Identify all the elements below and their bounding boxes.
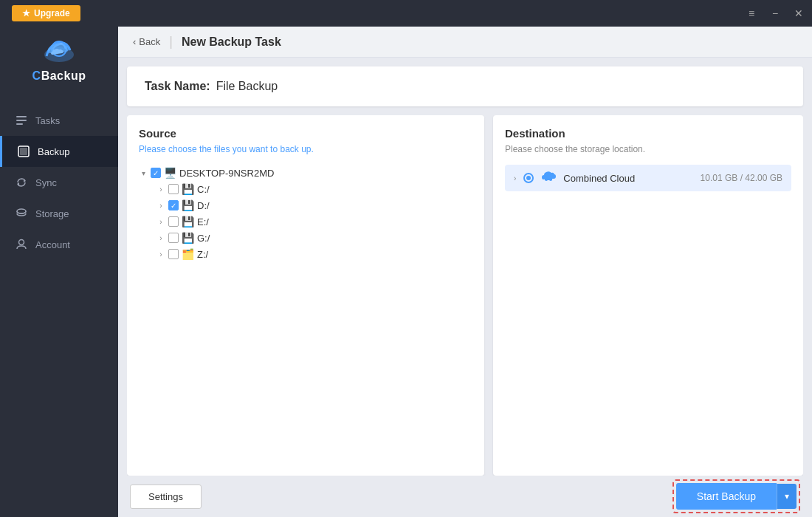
sidebar-nav: Tasks Backup Sync Storage <box>0 105 118 260</box>
drive-icon-z: 🗂️ <box>182 248 194 260</box>
close-button[interactable]: ✕ <box>791 7 806 19</box>
minimize-button[interactable]: − <box>768 7 782 19</box>
start-backup-button[interactable]: Start Backup <box>676 483 777 510</box>
tree-item-e[interactable]: › 💾 E:/ <box>156 213 472 230</box>
z-label: Z:/ <box>197 249 208 260</box>
drive-icon-d: 💾 <box>182 199 194 211</box>
storage-icon <box>15 207 28 220</box>
dest-name: Combined Cloud <box>563 173 692 184</box>
tree-item-d[interactable]: › ✓ 💾 D:/ <box>156 197 472 213</box>
settings-button[interactable]: Settings <box>130 485 202 509</box>
dest-title: Destination <box>505 127 791 140</box>
c-checkbox[interactable] <box>168 184 179 194</box>
bottom-bar: Settings Start Backup ▾ <box>118 476 812 517</box>
dest-radio[interactable] <box>523 173 534 183</box>
svg-point-8 <box>19 240 24 245</box>
source-title: Source <box>139 127 472 140</box>
tasks-icon <box>15 114 28 127</box>
source-subtitle: Please choose the files you want to back… <box>139 144 472 154</box>
root-label: DESKTOP-9NSR2MD <box>179 168 274 179</box>
app-body: CBackup Tasks Backup <box>0 27 812 517</box>
sidebar-item-account[interactable]: Account <box>0 229 118 260</box>
sidebar-item-tasks[interactable]: Tasks <box>0 105 118 136</box>
svg-rect-2 <box>16 116 27 117</box>
back-button[interactable]: ‹ Back <box>133 36 160 47</box>
d-expand-arrow[interactable]: › <box>156 202 165 210</box>
source-panel: Source Please choose the files you want … <box>127 115 484 476</box>
dest-radio-inner <box>526 176 531 180</box>
dest-size: 10.01 GB / 42.00 GB <box>701 173 782 183</box>
g-checkbox[interactable] <box>168 233 179 243</box>
logo-icon <box>39 34 79 66</box>
logo-text: CBackup <box>32 69 86 83</box>
e-label: E:/ <box>197 216 209 227</box>
tree-children: › 💾 C:/ › ✓ 💾 D:/ <box>139 181 472 262</box>
sidebar-item-sync[interactable]: Sync <box>0 167 118 198</box>
content-header: ‹ Back | New Backup Task <box>118 27 812 58</box>
drive-icon-c: 💾 <box>182 183 194 195</box>
c-label: C:/ <box>197 184 210 195</box>
menu-button[interactable]: ≡ <box>744 7 759 19</box>
task-name-value: File Backup <box>216 80 278 93</box>
e-checkbox[interactable] <box>168 216 179 227</box>
sidebar: CBackup Tasks Backup <box>0 27 118 517</box>
drive-icon-e: 💾 <box>182 216 194 227</box>
e-expand-arrow[interactable]: › <box>156 218 165 226</box>
z-expand-arrow[interactable]: › <box>156 250 165 258</box>
account-icon <box>15 238 28 251</box>
upgrade-button[interactable]: ★ Upgrade <box>12 5 80 21</box>
window-controls: ≡ − ✕ <box>744 7 806 19</box>
g-label: G:/ <box>197 233 210 244</box>
star-icon: ★ <box>22 8 30 18</box>
tree-item-g[interactable]: › 💾 G:/ <box>156 230 472 246</box>
dest-subtitle: Please choose the storage location. <box>505 144 791 154</box>
sidebar-item-storage[interactable]: Storage <box>0 198 118 229</box>
file-tree: ▾ ✓ 🖥️ DESKTOP-9NSR2MD › 💾 C:/ <box>139 165 472 464</box>
c-expand-arrow[interactable]: › <box>156 185 165 194</box>
svg-rect-4 <box>16 123 23 125</box>
combined-cloud-icon <box>541 171 556 185</box>
sync-icon <box>15 176 28 189</box>
tree-item-z[interactable]: › 🗂️ Z:/ <box>156 246 472 262</box>
root-expand-arrow[interactable]: ▾ <box>139 169 148 177</box>
start-backup-wrap: Start Backup ▾ <box>672 479 800 513</box>
tree-item-c[interactable]: › 💾 C:/ <box>156 181 472 197</box>
d-label: D:/ <box>197 200 210 211</box>
page-title: New Backup Task <box>182 35 281 49</box>
svg-rect-3 <box>16 120 27 121</box>
svg-rect-11 <box>545 179 552 180</box>
drive-icon-g: 💾 <box>182 232 194 244</box>
task-name-label: Task Name: <box>145 80 210 93</box>
back-arrow-icon: ‹ <box>133 36 136 47</box>
z-checkbox[interactable] <box>168 249 179 259</box>
sidebar-logo: CBackup <box>32 34 86 83</box>
dest-expand-arrow[interactable]: › <box>514 174 516 182</box>
tree-root[interactable]: ▾ ✓ 🖥️ DESKTOP-9NSR2MD <box>139 165 472 181</box>
start-backup-dropdown-button[interactable]: ▾ <box>777 484 796 509</box>
task-name-bar: Task Name: File Backup <box>127 66 803 106</box>
computer-icon: 🖥️ <box>164 167 176 179</box>
backup-icon <box>17 145 30 158</box>
panels-row: Source Please choose the files you want … <box>127 115 803 476</box>
sidebar-item-backup[interactable]: Backup <box>0 136 118 167</box>
dest-item-combined-cloud[interactable]: › Combined Cloud 10.01 GB / 42.00 GB <box>505 165 791 191</box>
d-checkbox[interactable]: ✓ <box>168 200 179 210</box>
svg-rect-6 <box>20 148 27 155</box>
root-checkbox[interactable]: ✓ <box>151 168 161 178</box>
destination-panel: Destination Please choose the storage lo… <box>493 115 803 476</box>
g-expand-arrow[interactable]: › <box>156 234 165 242</box>
header-separator: | <box>169 34 173 49</box>
titlebar: ★ Upgrade ≡ − ✕ <box>0 0 812 27</box>
main-content: ‹ Back | New Backup Task Task Name: File… <box>118 27 812 517</box>
